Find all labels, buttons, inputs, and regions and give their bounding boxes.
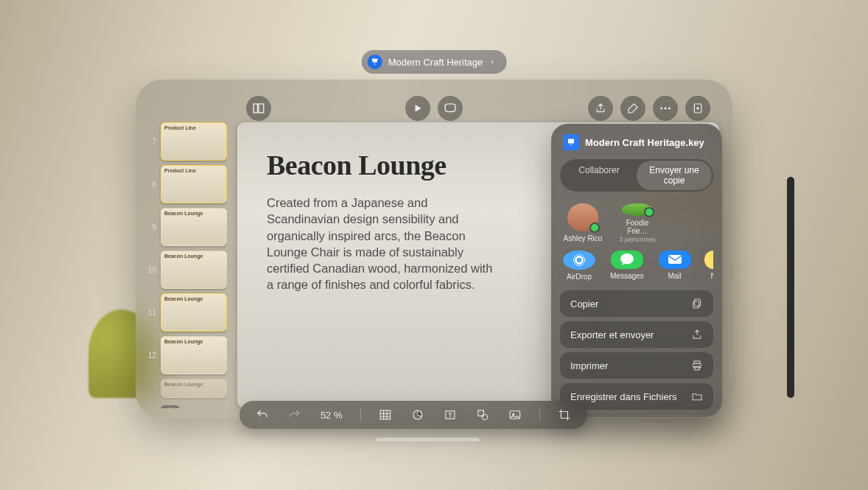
insert-chart-button[interactable] bbox=[410, 407, 426, 423]
svg-rect-13 bbox=[693, 301, 699, 308]
person-name: Foodie Frie… bbox=[617, 219, 657, 236]
share-button[interactable] bbox=[588, 96, 613, 121]
action-label: Exporter et envoyer bbox=[570, 329, 654, 340]
insert-shape-button[interactable] bbox=[475, 407, 491, 423]
keynote-file-icon bbox=[563, 134, 579, 150]
document-settings-button[interactable] bbox=[685, 96, 710, 121]
presenter-display-button[interactable] bbox=[438, 96, 463, 121]
crop-button[interactable] bbox=[556, 407, 573, 423]
slide-number: 11 bbox=[146, 309, 156, 317]
share-apps-row: AirDrop Messages Mail Notes bbox=[560, 249, 713, 286]
svg-point-3 bbox=[665, 108, 667, 110]
avatar bbox=[622, 203, 653, 216]
slide-thumbnail[interactable]: 7 Product Line bbox=[146, 122, 227, 161]
slide-number: 8 bbox=[146, 181, 156, 189]
svg-point-4 bbox=[668, 108, 671, 110]
person-name: Ashley Rico bbox=[564, 234, 603, 243]
person-sub: 3 personnes bbox=[619, 236, 656, 243]
action-label: Imprimer bbox=[570, 360, 608, 371]
bottom-toolbar: 52 % bbox=[239, 401, 587, 429]
print-icon bbox=[691, 360, 703, 371]
separator bbox=[539, 408, 540, 421]
svg-rect-1 bbox=[259, 104, 264, 113]
share-filename: Modern Craft Heritage.key bbox=[585, 137, 704, 148]
slide-thumbnail[interactable]: 8 Product Line bbox=[146, 165, 227, 203]
app-label: Messages bbox=[610, 272, 644, 280]
svg-point-8 bbox=[577, 258, 582, 263]
slide-number: 10 bbox=[146, 266, 156, 274]
action-label: Copier bbox=[570, 298, 598, 309]
svg-rect-17 bbox=[380, 410, 391, 419]
export-icon bbox=[691, 329, 703, 340]
avatar bbox=[567, 203, 598, 231]
share-app-messages[interactable]: Messages bbox=[610, 251, 644, 280]
share-sheet-header: Modern Craft Heritage.key bbox=[560, 134, 713, 150]
insert-media-button[interactable] bbox=[507, 407, 523, 423]
redo-button[interactable] bbox=[287, 407, 303, 423]
separator bbox=[360, 408, 361, 421]
undo-button[interactable] bbox=[254, 407, 270, 423]
share-people-row: Ashley Rico Foodie Frie… 3 personnes bbox=[560, 202, 713, 249]
more-button[interactable] bbox=[653, 96, 678, 121]
slide-body-text[interactable]: Created from a Japanese and Scandinavian… bbox=[267, 195, 503, 293]
insert-text-button[interactable] bbox=[442, 407, 458, 423]
play-button[interactable] bbox=[405, 96, 430, 121]
document-title: Modern Craft Heritage bbox=[388, 57, 483, 68]
svg-rect-11 bbox=[668, 255, 682, 264]
slide-number: 7 bbox=[146, 138, 156, 146]
mail-icon bbox=[659, 251, 691, 269]
slide-thumbnail[interactable]: 12 Beacon Lounge bbox=[146, 336, 227, 374]
svg-rect-7 bbox=[568, 139, 574, 144]
slide-navigator[interactable]: 7 Product Line 8 Product Line 9 Beacon L… bbox=[146, 122, 227, 408]
format-brush-button[interactable] bbox=[620, 96, 645, 121]
share-app-mail[interactable]: Mail bbox=[659, 251, 691, 280]
slide-number: 9 bbox=[146, 223, 156, 231]
svg-rect-0 bbox=[253, 104, 257, 113]
action-copy[interactable]: Copier bbox=[560, 290, 713, 317]
copy-icon bbox=[691, 298, 703, 309]
slide-thumbnail[interactable]: Beacon Lounge bbox=[146, 379, 227, 398]
share-person[interactable]: Ashley Rico bbox=[563, 203, 603, 243]
slide-thumbnail[interactable]: 10 Beacon Lounge bbox=[146, 251, 227, 289]
share-mode-segmented[interactable]: Collaborer Envoyer une copie bbox=[560, 159, 713, 192]
action-print[interactable]: Imprimer bbox=[560, 352, 713, 379]
share-app-notes[interactable]: Notes bbox=[706, 251, 713, 280]
share-sheet: Modern Craft Heritage.key Collaborer Env… bbox=[551, 124, 722, 417]
notes-icon bbox=[704, 251, 713, 269]
messages-icon bbox=[611, 251, 643, 269]
segment-collaborate[interactable]: Collaborer bbox=[561, 161, 637, 190]
action-label: Enregistrer dans Fichiers bbox=[570, 391, 677, 402]
action-export-send[interactable]: Exporter et envoyer bbox=[560, 321, 713, 348]
app-label: AirDrop bbox=[567, 273, 592, 281]
chevron-right-icon bbox=[489, 58, 496, 66]
svg-point-2 bbox=[660, 108, 662, 110]
app-label: Mail bbox=[668, 272, 681, 280]
view-mode-button[interactable] bbox=[246, 96, 271, 121]
insert-table-button[interactable] bbox=[377, 407, 393, 423]
share-person[interactable]: Foodie Frie… 3 personnes bbox=[617, 203, 657, 243]
share-actions: Copier Exporter et envoyer Imprimer Enre… bbox=[560, 290, 713, 410]
svg-rect-12 bbox=[695, 299, 701, 306]
svg-point-6 bbox=[696, 107, 699, 109]
top-toolbar bbox=[136, 96, 732, 121]
folder-icon bbox=[691, 391, 703, 402]
slide-number: 12 bbox=[146, 351, 156, 360]
home-indicator[interactable] bbox=[377, 438, 480, 441]
svg-rect-16 bbox=[695, 366, 700, 370]
share-app-airdrop[interactable]: AirDrop bbox=[563, 251, 595, 280]
keynote-app-icon bbox=[368, 55, 382, 69]
zoom-level[interactable]: 52 % bbox=[319, 410, 344, 421]
segment-send-copy[interactable]: Envoyer une copie bbox=[637, 161, 712, 190]
slide-thumbnail[interactable]: 9 Beacon Lounge bbox=[146, 208, 227, 246]
slide-thumbnail[interactable]: 11 Beacon Lounge bbox=[146, 293, 227, 332]
add-slide-button[interactable] bbox=[161, 405, 180, 408]
app-label: Notes bbox=[711, 272, 713, 280]
document-title-pill[interactable]: Modern Craft Heritage bbox=[362, 50, 507, 74]
svg-point-21 bbox=[482, 414, 488, 420]
airdrop-icon bbox=[563, 251, 595, 270]
